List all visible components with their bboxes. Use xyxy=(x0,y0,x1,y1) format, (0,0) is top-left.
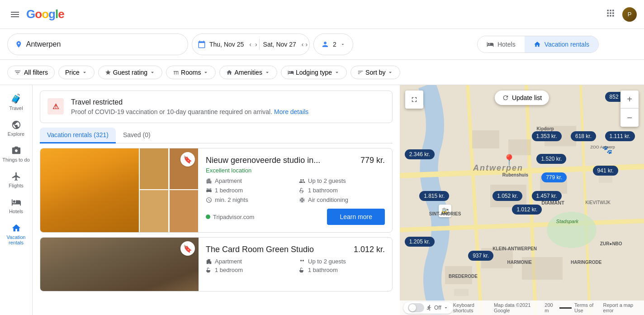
guest-rating-filter[interactable]: Guest rating xyxy=(98,66,162,79)
hotel-icon xyxy=(487,41,494,48)
card-1-bathrooms: 1 bathroom xyxy=(299,187,385,194)
card-1-price: 779 kr. xyxy=(360,156,385,165)
menu-button[interactable] xyxy=(7,8,23,21)
lodging-icon xyxy=(288,69,294,76)
price-marker-1111[interactable]: 1.111 kr. xyxy=(605,131,635,141)
bed-icon-2 xyxy=(206,267,212,273)
amenities-label: Amenities xyxy=(234,69,262,76)
vacation-rentals-tab[interactable]: Vacation rentals xyxy=(525,36,598,52)
alert-icon: ⚠ xyxy=(47,98,64,115)
flights-icon xyxy=(11,172,21,181)
card-1-images: 🔖 xyxy=(40,148,199,232)
things-to-do-label: Things to do xyxy=(2,157,30,162)
map-label-harmonie: HARMONIE xyxy=(507,260,532,265)
price-marker-618[interactable]: 618 kr. xyxy=(571,131,596,141)
sidebar-item-explore[interactable]: Explore xyxy=(0,115,32,141)
sidebar-item-hotels[interactable]: Hotels xyxy=(0,193,32,219)
guests-picker[interactable]: 2 xyxy=(313,33,353,55)
keyboard-shortcuts-link[interactable]: Keyboard shortcuts xyxy=(453,302,491,313)
fullscreen-button[interactable] xyxy=(405,91,423,109)
price-label: Price xyxy=(65,69,80,76)
sort-by-filter[interactable]: Sort by xyxy=(350,66,400,79)
price-marker-1052[interactable]: 1.052 kr. xyxy=(492,191,522,201)
grid-apps-button[interactable] xyxy=(606,9,615,20)
card-2-save-button[interactable]: 🔖 xyxy=(180,241,195,256)
zoom-out-button[interactable]: − xyxy=(620,109,639,127)
location-search-box[interactable] xyxy=(7,33,188,55)
card-1-thumb-1 xyxy=(140,148,168,189)
price-marker-1012[interactable]: 1.012 kr. xyxy=(512,205,542,215)
card-2-bedrooms: 1 bedroom xyxy=(206,267,292,273)
card-1-type: Apartment xyxy=(206,177,292,184)
card-2-bathrooms-label: 1 bathroom xyxy=(308,267,338,273)
header: Google P xyxy=(0,0,644,29)
location-input[interactable] xyxy=(26,40,180,48)
checkout-prev[interactable]: ‹ xyxy=(300,41,306,48)
card-1-guests-label: Up to 2 guests xyxy=(308,177,346,184)
svg-rect-7 xyxy=(610,15,611,16)
price-marker-1205[interactable]: 1.205 kr. xyxy=(405,237,435,247)
sidebar-item-vacation-rentals[interactable]: Vacation rentals xyxy=(0,219,32,250)
map-area: 🚉 📍 Antwerpen Stadspark DIAMANT KIEVITWI… xyxy=(400,85,644,315)
guests-icon xyxy=(321,40,329,48)
card-1-learn-more-button[interactable]: Learn more xyxy=(327,209,385,225)
alert-more-details-link[interactable]: More details xyxy=(274,108,308,115)
pedestrian-toggle-area[interactable]: Off xyxy=(403,302,453,314)
sidebar-item-flights[interactable]: Flights xyxy=(0,167,32,193)
update-list-label: Update list xyxy=(512,94,542,101)
distance-bar xyxy=(559,307,572,309)
lodging-type-filter[interactable]: Lodging type xyxy=(281,66,347,79)
vacation-icon xyxy=(534,41,541,48)
svg-rect-3 xyxy=(607,12,609,14)
google-logo: Google xyxy=(26,7,64,21)
avatar[interactable]: P xyxy=(622,7,637,22)
terms-link[interactable]: Terms of Use xyxy=(574,302,600,313)
vacation-rentals-tab-btn[interactable]: Vacation rentals (321) xyxy=(40,128,116,143)
hotels-tab[interactable]: Hotels xyxy=(478,36,525,52)
rooms-icon xyxy=(173,69,179,76)
amenities-filter[interactable]: Amenities xyxy=(219,66,277,79)
all-filters-button[interactable]: All filters xyxy=(7,66,55,79)
content-area: ⚠ Travel restricted Proof of COVID-19 va… xyxy=(33,85,400,315)
card-1-save-button[interactable]: 🔖 xyxy=(180,152,195,167)
price-marker-1353[interactable]: 1.353 kr. xyxy=(532,131,562,141)
card-1-amenity: Air conditioning xyxy=(299,196,385,203)
sidebar-item-travel[interactable]: 🧳 Travel xyxy=(0,89,32,115)
avatar-initial: P xyxy=(628,11,632,18)
map-label-haringrode: HARINGRODE xyxy=(571,260,601,265)
checkin-prev[interactable]: ‹ xyxy=(247,41,253,48)
card-1-footer: Tripadvisor.com Learn more xyxy=(206,209,385,225)
price-marker-1815[interactable]: 1.815 kr. xyxy=(419,191,449,201)
checkout-date: Sat, Nov 27 xyxy=(260,41,300,48)
price-marker-1520[interactable]: 1.520 kr. xyxy=(536,154,566,164)
alert-content: Travel restricted Proof of COVID-19 vacc… xyxy=(71,98,308,115)
card-1-title: Nieuw gerenoveerde studio in... xyxy=(206,156,357,165)
price-marker-779[interactable]: 779 kr. xyxy=(541,172,567,182)
zoom-in-button[interactable]: + xyxy=(620,91,639,109)
toggle-switch[interactable] xyxy=(408,303,424,312)
svg-rect-1 xyxy=(610,10,611,11)
checkin-next[interactable]: › xyxy=(253,41,259,48)
vacation-rentals-tab-label: Vacation rentals (321) xyxy=(47,131,109,138)
svg-rect-25 xyxy=(454,289,469,296)
card-1-thumb-4 xyxy=(170,190,198,232)
price-filter[interactable]: Price xyxy=(58,66,95,79)
guests-detail-icon xyxy=(299,178,305,184)
update-list-button[interactable]: Update list xyxy=(495,91,549,105)
checkout-next[interactable]: › xyxy=(305,41,309,48)
date-range-picker[interactable]: Thu, Nov 25 ‹ › Sat, Nov 27 ‹ › xyxy=(192,33,310,55)
map-label-zoo: ZOO Antwerp xyxy=(590,145,615,149)
sidebar-item-things-to-do[interactable]: Things to do xyxy=(0,141,32,167)
pedestrian-label: Off xyxy=(434,305,441,311)
price-marker-2346[interactable]: 2.346 kr. xyxy=(405,149,435,159)
card-1-min-nights: min. 2 nights xyxy=(206,196,292,203)
report-link[interactable]: Report a map error xyxy=(603,302,640,313)
price-marker-941[interactable]: 941 kr. xyxy=(593,166,618,176)
price-marker-937[interactable]: 937 kr. xyxy=(468,251,493,261)
hotels-nav-icon xyxy=(11,197,21,207)
svg-rect-24 xyxy=(599,176,612,183)
saved-tab-btn[interactable]: Saved (0) xyxy=(116,128,158,143)
price-marker-1457[interactable]: 1.457 kr. xyxy=(532,191,562,201)
svg-rect-16 xyxy=(472,130,499,148)
rooms-filter[interactable]: Rooms xyxy=(166,66,216,79)
